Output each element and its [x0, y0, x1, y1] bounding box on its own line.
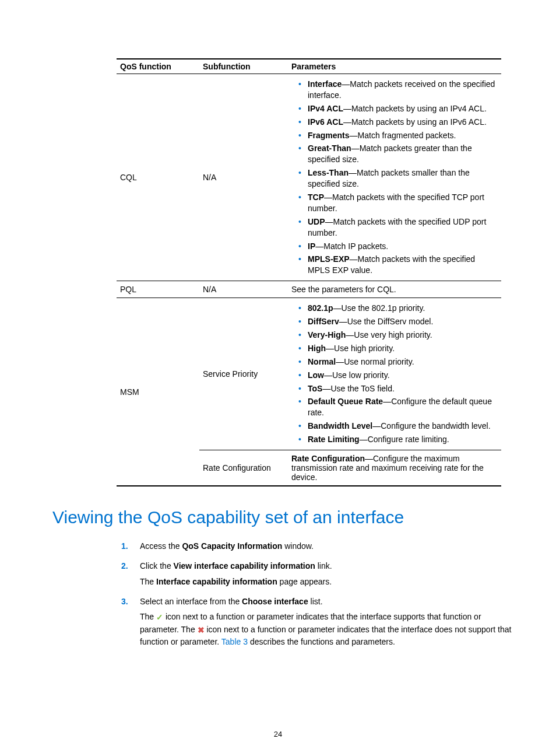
param-key: Very-High	[308, 330, 346, 340]
step-text: Click the	[140, 561, 174, 570]
table-row: MSMService Priority802.1p—Use the 802.1p…	[117, 298, 501, 450]
param-item: Low—Use low priority.	[308, 369, 498, 382]
param-item: Default Queue Rate—Configure the default…	[308, 395, 498, 419]
param-item: High—Use high priority.	[308, 342, 498, 355]
param-key: Rate Limiting	[308, 435, 360, 444]
param-key: Great-Than	[308, 144, 351, 153]
step-bold: Choose interface	[242, 597, 308, 606]
param-desc: —Use the 802.1p priority.	[333, 303, 425, 313]
param-key: IPv4 ACL	[308, 104, 343, 113]
param-item: ToS—Use the ToS field.	[308, 382, 498, 396]
cell-function: PQL	[117, 281, 199, 298]
param-desc: —Match packets by using an IPv6 ACL.	[343, 117, 487, 127]
param-item: Less-Than—Match packets smaller than the…	[308, 166, 498, 191]
param-item: UDP—Match packets with the specified UDP…	[308, 215, 498, 240]
param-desc: —Match packets by using an IPv4 ACL.	[343, 104, 487, 113]
param-key: UDP	[308, 217, 325, 226]
cell-parameters: See the parameters for CQL.	[288, 281, 501, 298]
step-text: window.	[282, 541, 314, 551]
param-item: IPv6 ACL—Match packets by using an IPv6 …	[308, 116, 498, 129]
params-list: 802.1p—Use the 802.1p priority.DiffServ—…	[291, 302, 498, 446]
param-desc: —Match packets with the specified TCP po…	[308, 192, 484, 213]
param-key: Rate Configuration	[291, 454, 365, 463]
param-key: High	[308, 344, 326, 353]
param-key: Less-Than	[308, 168, 349, 177]
param-item: DiffServ—Use the DiffServ model.	[308, 315, 498, 328]
cell-subfunction: Service Priority	[199, 298, 288, 450]
param-key: TCP	[308, 192, 324, 202]
cell-function: CQL	[117, 74, 199, 281]
step-3: Select an interface from the Choose inte…	[140, 593, 519, 653]
param-key: Normal	[308, 357, 336, 366]
cell-parameters: 802.1p—Use the 802.1p priority.DiffServ—…	[288, 298, 501, 450]
param-desc: —Match IP packets.	[315, 242, 388, 251]
cell-parameters: Interface—Match packets received on the …	[288, 74, 501, 281]
param-item: Rate Limiting—Configure rate limiting.	[308, 433, 498, 446]
table-header-row: QoS function Subfunction Parameters	[117, 59, 501, 74]
param-desc: —Use normal priority.	[336, 357, 414, 366]
param-item: 802.1p—Use the 802.1p priority.	[308, 302, 498, 315]
param-item: Interface—Match packets received on the …	[308, 78, 498, 102]
param-item: Bandwidth Level—Configure the bandwidth …	[308, 419, 498, 433]
param-key: Default Queue Rate	[308, 397, 383, 406]
table-row: PQLN/ASee the parameters for CQL.	[117, 281, 501, 298]
step-text: page appears.	[277, 577, 332, 586]
page-number: 24	[0, 730, 556, 738]
cell-subfunction: N/A	[199, 74, 288, 281]
step-text: link.	[315, 561, 332, 570]
param-key: 802.1p	[308, 303, 333, 313]
param-key: IP	[308, 242, 315, 251]
param-key: MPLS-EXP	[308, 254, 350, 264]
step-text: list.	[308, 597, 323, 606]
cell-parameters: Rate Configuration—Configure the maximum…	[288, 450, 501, 487]
cell-subfunction: N/A	[199, 281, 288, 298]
param-desc: —Use the ToS field.	[322, 384, 394, 393]
param-desc: —Match fragmented packets.	[350, 131, 456, 140]
param-item: IPv4 ACL—Match packets by using an IPv4 …	[308, 102, 498, 116]
step-text: The	[140, 577, 156, 586]
param-key: Interface	[308, 79, 342, 89]
param-desc: —Match packets with the specified UDP po…	[308, 217, 486, 237]
steps-list: Access the QoS Capacity Information wind…	[117, 538, 519, 653]
step-text: Access the	[140, 541, 182, 551]
param-item: Very-High—Use very high priority.	[308, 328, 498, 342]
param-desc: —Use low priority.	[324, 370, 390, 380]
param-key: Bandwidth Level	[308, 421, 372, 430]
step-bold: QoS Capacity Information	[182, 541, 282, 551]
param-item: Fragments—Match fragmented packets.	[308, 129, 498, 142]
step-text: describes the functions and parameters.	[250, 637, 395, 646]
param-desc: —Use very high priority.	[346, 330, 432, 340]
cross-icon: ✖	[198, 624, 205, 636]
step-bold: View interface capability information	[174, 561, 315, 570]
param-desc: —Configure rate limiting.	[360, 435, 449, 444]
param-key: DiffServ	[308, 317, 339, 326]
cell-subfunction: Rate Configuration	[199, 450, 288, 487]
param-item: Normal—Use normal priority.	[308, 355, 498, 369]
th-parameters: Parameters	[288, 59, 501, 74]
param-item: MPLS-EXP—Match packets with the specifie…	[308, 253, 498, 277]
param-key: Low	[308, 370, 324, 380]
param-key: Fragments	[308, 131, 350, 140]
param-key: ToS	[308, 384, 322, 393]
th-function: QoS function	[117, 59, 199, 74]
param-item: TCP—Match packets with the specified TCP…	[308, 191, 498, 215]
step-1: Access the QoS Capacity Information wind…	[140, 538, 519, 558]
step-bold: Interface capability information	[156, 577, 277, 586]
step-2: Click the View interface capability info…	[140, 558, 519, 593]
step-text: The	[140, 612, 156, 621]
table-row: CQLN/AInterface—Match packets received o…	[117, 74, 501, 281]
section-heading: Viewing the QoS capability set of an int…	[52, 508, 504, 527]
param-item: Great-Than—Match packets greater than th…	[308, 142, 498, 166]
th-subfunction: Subfunction	[199, 59, 288, 74]
qos-parameters-table: QoS function Subfunction Parameters CQLN…	[117, 58, 501, 487]
table-3-link[interactable]: Table 3	[221, 637, 248, 646]
param-desc: —Configure the bandwidth level.	[372, 421, 490, 430]
params-list: Interface—Match packets received on the …	[291, 78, 498, 277]
param-desc: —Use the DiffServ model.	[339, 317, 434, 326]
check-icon: ✓	[156, 611, 163, 623]
step-text: Select an interface from the	[140, 597, 242, 606]
param-desc: —Use high priority.	[326, 344, 395, 353]
param-item: IP—Match IP packets.	[308, 240, 498, 253]
param-key: IPv6 ACL	[308, 117, 343, 127]
cell-function: MSM	[117, 298, 199, 486]
